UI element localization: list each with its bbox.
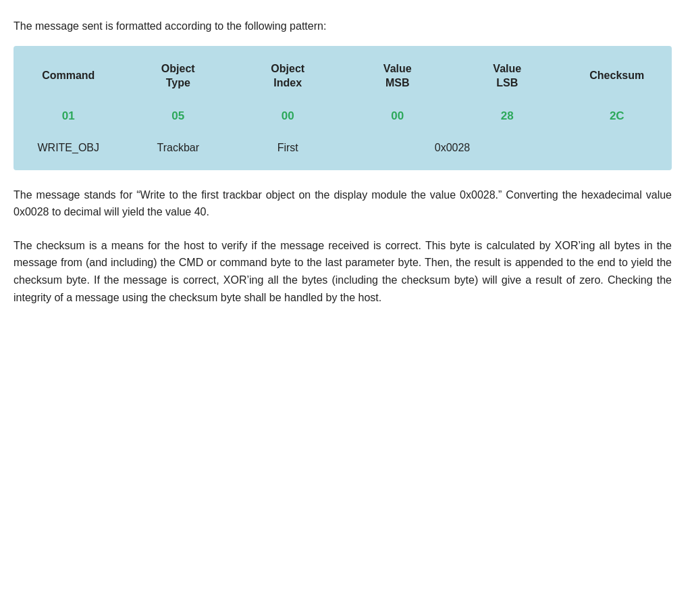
table-label-row: WRITE_OBJ Trackbar First 0x0028 [14, 132, 672, 163]
label-checksum-empty [562, 132, 672, 163]
table-hex-row: 01 05 00 00 28 2C [14, 100, 672, 132]
hex-checksum: 2C [562, 100, 672, 132]
hex-value-msb: 00 [343, 100, 453, 132]
message-table-container: Command ObjectType ObjectIndex ValueMSB … [14, 46, 672, 170]
hex-value-lsb: 28 [452, 100, 562, 132]
paragraph1: The message stands for “Write to the fir… [14, 186, 672, 221]
header-value-lsb: ValueLSB [452, 53, 562, 100]
paragraph2: The checksum is a means for the host to … [14, 237, 672, 306]
message-table: Command ObjectType ObjectIndex ValueMSB … [14, 53, 672, 163]
header-command: Command [14, 53, 124, 100]
hex-object-index: 00 [233, 100, 343, 132]
label-value: 0x0028 [343, 132, 562, 163]
header-object-index: ObjectIndex [233, 53, 343, 100]
hex-object-type: 05 [124, 100, 234, 132]
label-command: WRITE_OBJ [14, 132, 124, 163]
label-object-index: First [233, 132, 343, 163]
table-header-row: Command ObjectType ObjectIndex ValueMSB … [14, 53, 672, 100]
header-checksum: Checksum [562, 53, 672, 100]
header-value-msb: ValueMSB [343, 53, 453, 100]
hex-command: 01 [14, 100, 124, 132]
intro-text: The message sent is formatted according … [14, 20, 672, 32]
header-object-type: ObjectType [124, 53, 234, 100]
label-object-type: Trackbar [124, 132, 234, 163]
